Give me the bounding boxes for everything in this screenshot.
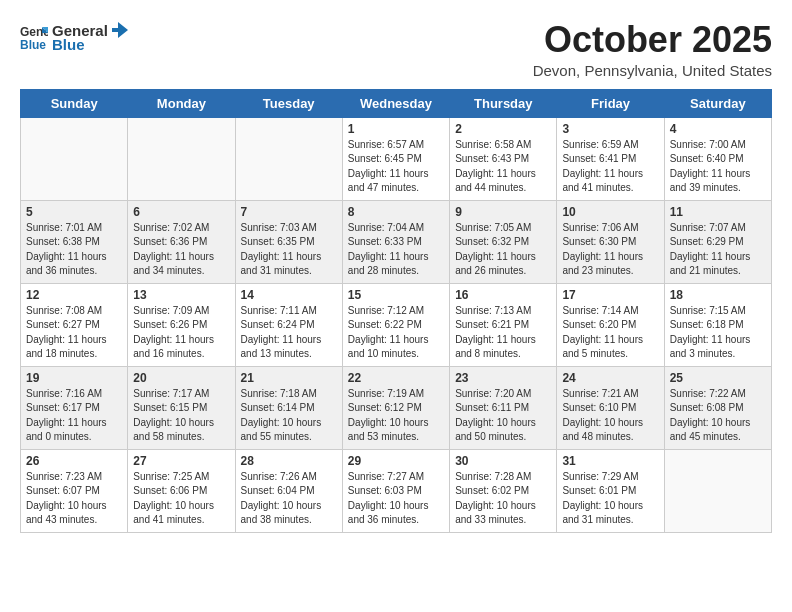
day-number: 23 [455,371,551,385]
day-info: Sunrise: 7:18 AM Sunset: 6:14 PM Dayligh… [241,387,337,445]
calendar-week-row: 5Sunrise: 7:01 AM Sunset: 6:38 PM Daylig… [21,200,772,283]
calendar-cell: 29Sunrise: 7:27 AM Sunset: 6:03 PM Dayli… [342,449,449,532]
calendar-cell: 12Sunrise: 7:08 AM Sunset: 6:27 PM Dayli… [21,283,128,366]
weekday-header-friday: Friday [557,89,664,117]
calendar-cell: 8Sunrise: 7:04 AM Sunset: 6:33 PM Daylig… [342,200,449,283]
day-number: 1 [348,122,444,136]
calendar-cell [664,449,771,532]
day-info: Sunrise: 7:02 AM Sunset: 6:36 PM Dayligh… [133,221,229,279]
day-info: Sunrise: 7:14 AM Sunset: 6:20 PM Dayligh… [562,304,658,362]
day-info: Sunrise: 7:05 AM Sunset: 6:32 PM Dayligh… [455,221,551,279]
day-number: 11 [670,205,766,219]
svg-text:Blue: Blue [20,38,46,51]
day-info: Sunrise: 7:17 AM Sunset: 6:15 PM Dayligh… [133,387,229,445]
day-number: 5 [26,205,122,219]
calendar-week-row: 12Sunrise: 7:08 AM Sunset: 6:27 PM Dayli… [21,283,772,366]
calendar-cell: 18Sunrise: 7:15 AM Sunset: 6:18 PM Dayli… [664,283,771,366]
day-number: 30 [455,454,551,468]
weekday-header-saturday: Saturday [664,89,771,117]
day-number: 14 [241,288,337,302]
day-info: Sunrise: 7:22 AM Sunset: 6:08 PM Dayligh… [670,387,766,445]
calendar-cell: 23Sunrise: 7:20 AM Sunset: 6:11 PM Dayli… [450,366,557,449]
day-info: Sunrise: 7:26 AM Sunset: 6:04 PM Dayligh… [241,470,337,528]
calendar-cell: 1Sunrise: 6:57 AM Sunset: 6:45 PM Daylig… [342,117,449,200]
calendar-cell: 25Sunrise: 7:22 AM Sunset: 6:08 PM Dayli… [664,366,771,449]
day-number: 27 [133,454,229,468]
day-number: 6 [133,205,229,219]
day-info: Sunrise: 6:58 AM Sunset: 6:43 PM Dayligh… [455,138,551,196]
location-subtitle: Devon, Pennsylvania, United States [533,62,772,79]
day-info: Sunrise: 7:28 AM Sunset: 6:02 PM Dayligh… [455,470,551,528]
day-info: Sunrise: 7:13 AM Sunset: 6:21 PM Dayligh… [455,304,551,362]
weekday-header-monday: Monday [128,89,235,117]
calendar-cell [128,117,235,200]
day-number: 22 [348,371,444,385]
day-number: 24 [562,371,658,385]
calendar-cell: 6Sunrise: 7:02 AM Sunset: 6:36 PM Daylig… [128,200,235,283]
calendar-cell: 17Sunrise: 7:14 AM Sunset: 6:20 PM Dayli… [557,283,664,366]
day-number: 15 [348,288,444,302]
day-info: Sunrise: 7:27 AM Sunset: 6:03 PM Dayligh… [348,470,444,528]
calendar-cell: 28Sunrise: 7:26 AM Sunset: 6:04 PM Dayli… [235,449,342,532]
day-info: Sunrise: 7:21 AM Sunset: 6:10 PM Dayligh… [562,387,658,445]
calendar-cell [235,117,342,200]
day-info: Sunrise: 7:12 AM Sunset: 6:22 PM Dayligh… [348,304,444,362]
calendar-cell: 10Sunrise: 7:06 AM Sunset: 6:30 PM Dayli… [557,200,664,283]
calendar-cell: 27Sunrise: 7:25 AM Sunset: 6:06 PM Dayli… [128,449,235,532]
calendar-cell: 11Sunrise: 7:07 AM Sunset: 6:29 PM Dayli… [664,200,771,283]
svg-marker-4 [112,22,128,38]
calendar-week-row: 1Sunrise: 6:57 AM Sunset: 6:45 PM Daylig… [21,117,772,200]
day-number: 16 [455,288,551,302]
day-info: Sunrise: 7:07 AM Sunset: 6:29 PM Dayligh… [670,221,766,279]
calendar-cell: 30Sunrise: 7:28 AM Sunset: 6:02 PM Dayli… [450,449,557,532]
day-number: 31 [562,454,658,468]
day-info: Sunrise: 7:01 AM Sunset: 6:38 PM Dayligh… [26,221,122,279]
day-number: 28 [241,454,337,468]
day-number: 25 [670,371,766,385]
calendar-week-row: 26Sunrise: 7:23 AM Sunset: 6:07 PM Dayli… [21,449,772,532]
month-title: October 2025 [533,20,772,60]
day-number: 19 [26,371,122,385]
calendar-cell: 21Sunrise: 7:18 AM Sunset: 6:14 PM Dayli… [235,366,342,449]
calendar-cell [21,117,128,200]
calendar-cell: 19Sunrise: 7:16 AM Sunset: 6:17 PM Dayli… [21,366,128,449]
calendar-cell: 16Sunrise: 7:13 AM Sunset: 6:21 PM Dayli… [450,283,557,366]
calendar-cell: 31Sunrise: 7:29 AM Sunset: 6:01 PM Dayli… [557,449,664,532]
logo-arrow-icon [110,20,130,40]
weekday-header-sunday: Sunday [21,89,128,117]
weekday-header-wednesday: Wednesday [342,89,449,117]
day-number: 17 [562,288,658,302]
day-info: Sunrise: 6:59 AM Sunset: 6:41 PM Dayligh… [562,138,658,196]
day-number: 18 [670,288,766,302]
logo-icon: General Blue [20,23,48,51]
calendar-cell: 3Sunrise: 6:59 AM Sunset: 6:41 PM Daylig… [557,117,664,200]
day-info: Sunrise: 7:25 AM Sunset: 6:06 PM Dayligh… [133,470,229,528]
calendar-cell: 22Sunrise: 7:19 AM Sunset: 6:12 PM Dayli… [342,366,449,449]
day-number: 3 [562,122,658,136]
day-info: Sunrise: 7:16 AM Sunset: 6:17 PM Dayligh… [26,387,122,445]
calendar-cell: 24Sunrise: 7:21 AM Sunset: 6:10 PM Dayli… [557,366,664,449]
day-number: 2 [455,122,551,136]
day-number: 20 [133,371,229,385]
title-section: October 2025 Devon, Pennsylvania, United… [533,20,772,79]
day-info: Sunrise: 7:06 AM Sunset: 6:30 PM Dayligh… [562,221,658,279]
day-number: 4 [670,122,766,136]
page-header: General Blue General Blue October 2025 D… [20,20,772,79]
day-info: Sunrise: 7:11 AM Sunset: 6:24 PM Dayligh… [241,304,337,362]
day-info: Sunrise: 7:29 AM Sunset: 6:01 PM Dayligh… [562,470,658,528]
day-info: Sunrise: 7:23 AM Sunset: 6:07 PM Dayligh… [26,470,122,528]
day-info: Sunrise: 7:20 AM Sunset: 6:11 PM Dayligh… [455,387,551,445]
day-info: Sunrise: 7:15 AM Sunset: 6:18 PM Dayligh… [670,304,766,362]
weekday-header-tuesday: Tuesday [235,89,342,117]
day-info: Sunrise: 7:19 AM Sunset: 6:12 PM Dayligh… [348,387,444,445]
day-info: Sunrise: 6:57 AM Sunset: 6:45 PM Dayligh… [348,138,444,196]
calendar-cell: 20Sunrise: 7:17 AM Sunset: 6:15 PM Dayli… [128,366,235,449]
day-number: 7 [241,205,337,219]
calendar-cell: 13Sunrise: 7:09 AM Sunset: 6:26 PM Dayli… [128,283,235,366]
calendar-cell: 14Sunrise: 7:11 AM Sunset: 6:24 PM Dayli… [235,283,342,366]
calendar-cell: 2Sunrise: 6:58 AM Sunset: 6:43 PM Daylig… [450,117,557,200]
calendar-table: SundayMondayTuesdayWednesdayThursdayFrid… [20,89,772,533]
calendar-cell: 9Sunrise: 7:05 AM Sunset: 6:32 PM Daylig… [450,200,557,283]
logo: General Blue General Blue [20,20,130,53]
day-info: Sunrise: 7:09 AM Sunset: 6:26 PM Dayligh… [133,304,229,362]
